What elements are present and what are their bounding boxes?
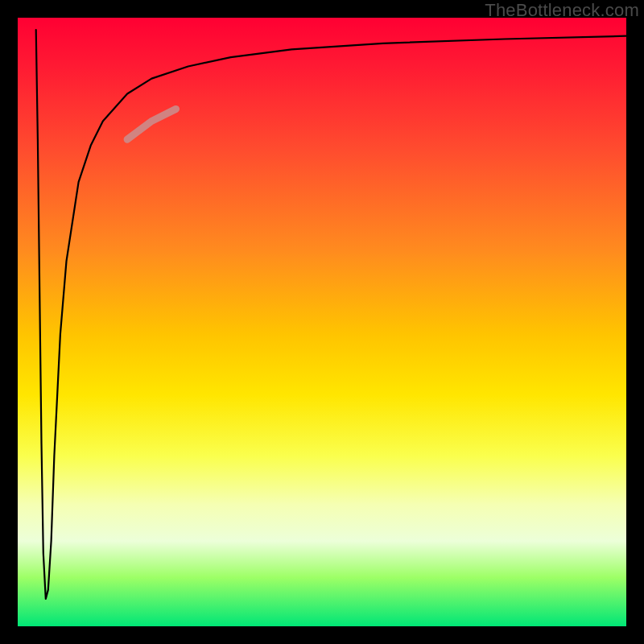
- highlight-segment: [127, 109, 176, 139]
- plot-area: [18, 18, 626, 626]
- chart-frame: TheBottleneck.com: [0, 0, 644, 644]
- curve-svg: [18, 18, 626, 626]
- main-curve: [36, 30, 626, 599]
